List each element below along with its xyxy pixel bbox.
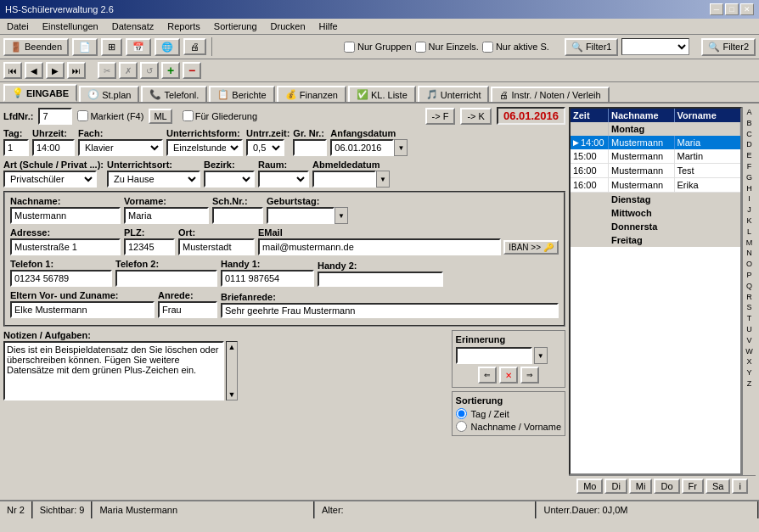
- nur-aktive-label[interactable]: Nur aktive S.: [482, 42, 549, 53]
- alpha-z[interactable]: Z: [743, 378, 756, 389]
- alpha-j[interactable]: J: [743, 204, 756, 216]
- nav-cut-button[interactable]: ✂: [98, 62, 116, 79]
- notizen-textarea[interactable]: Dies ist ein Beispieldatensatz den Sie l…: [3, 341, 224, 400]
- filter1-combo[interactable]: [621, 38, 689, 55]
- nav-next-button[interactable]: ▶: [46, 62, 65, 79]
- alpha-x[interactable]: X: [743, 356, 756, 367]
- calc-button[interactable]: ⊞: [101, 38, 122, 56]
- unterrichtsort-select[interactable]: Zu Hause: [107, 171, 200, 188]
- anfangsdatum-dropdown[interactable]: ▼: [394, 139, 408, 156]
- alpha-b[interactable]: B: [743, 118, 756, 129]
- geburtstag-input[interactable]: [267, 207, 335, 224]
- alpha-v[interactable]: V: [743, 335, 756, 346]
- day-mi-button[interactable]: Mi: [629, 479, 653, 494]
- vorname-input[interactable]: [124, 207, 209, 224]
- uhrzeit-input[interactable]: [32, 139, 75, 156]
- markiert-label[interactable]: Markiert (F4): [77, 110, 143, 121]
- alpha-l[interactable]: L: [743, 227, 756, 238]
- alpha-a[interactable]: A: [743, 107, 756, 118]
- briefanrede-input[interactable]: [221, 303, 559, 318]
- alpha-c[interactable]: C: [743, 129, 756, 140]
- nur-aktive-checkbox[interactable]: [482, 42, 493, 53]
- nav-undo-button[interactable]: ↺: [140, 62, 159, 79]
- alpha-k[interactable]: K: [743, 216, 756, 227]
- menu-sortierung[interactable]: Sortierung: [211, 20, 261, 32]
- close-button[interactable]: ✕: [740, 3, 754, 15]
- menu-hilfe[interactable]: Hilfe: [316, 20, 341, 32]
- beenden-button[interactable]: 🚪 Beenden: [3, 38, 69, 56]
- alpha-i[interactable]: I: [743, 193, 756, 204]
- alpha-o[interactable]: O: [743, 259, 756, 270]
- alpha-p[interactable]: P: [743, 270, 756, 281]
- day-do-button[interactable]: Do: [654, 479, 679, 494]
- nachname-input[interactable]: [10, 207, 121, 224]
- nur-einzels-checkbox[interactable]: [415, 42, 426, 53]
- email-input[interactable]: [258, 238, 501, 255]
- menu-reports[interactable]: Reports: [164, 20, 204, 32]
- row-14-mustermann-maria[interactable]: ▶14:00 Mustermann Maria: [571, 136, 740, 149]
- notizen-scroll-down[interactable]: ▼: [228, 390, 236, 399]
- day-sa-button[interactable]: Sa: [706, 479, 730, 494]
- filter1-button[interactable]: 🔍 Filter1: [565, 38, 619, 56]
- sortierung-tag-radio[interactable]: [456, 408, 467, 419]
- alpha-e[interactable]: E: [743, 150, 756, 161]
- minimize-button[interactable]: ─: [710, 3, 723, 15]
- alpha-f[interactable]: F: [743, 161, 756, 172]
- ort-input[interactable]: [178, 238, 255, 255]
- markiert-checkbox[interactable]: [77, 110, 88, 121]
- nav-prev-button[interactable]: ◀: [25, 62, 43, 79]
- alpha-s[interactable]: S: [743, 302, 756, 313]
- erinnerung-dropdown[interactable]: ▼: [534, 347, 548, 364]
- alpha-r[interactable]: R: [743, 292, 756, 303]
- erinnerung-next[interactable]: ⇒: [520, 367, 539, 384]
- fuer-gliederung-label[interactable]: Für Gliederung: [183, 110, 257, 121]
- arrow-k-button[interactable]: -> K: [460, 108, 491, 125]
- tab-berichte[interactable]: 📋 Berichte: [209, 86, 274, 102]
- maximize-button[interactable]: □: [725, 3, 739, 15]
- printer-button[interactable]: 🖨: [183, 38, 206, 55]
- iban-button[interactable]: IBAN >> 🔑: [503, 240, 559, 255]
- menu-datensatz[interactable]: Datensatz: [109, 20, 158, 32]
- anrede-input[interactable]: [158, 301, 217, 318]
- day-mo-button[interactable]: Mo: [576, 479, 603, 494]
- handy2-input[interactable]: [318, 272, 443, 287]
- alpha-y[interactable]: Y: [743, 367, 756, 378]
- alpha-g[interactable]: G: [743, 172, 756, 183]
- unterrichtsform-select[interactable]: Einzelstunde: [166, 139, 243, 156]
- day-fr-button[interactable]: Fr: [682, 479, 704, 494]
- plz-input[interactable]: [124, 238, 175, 255]
- lfdnr-input[interactable]: [38, 108, 72, 125]
- row-16b-mustermann-erika[interactable]: 16:00 Mustermann Erika: [571, 178, 740, 193]
- alpha-w[interactable]: W: [743, 346, 756, 357]
- alpha-h[interactable]: H: [743, 183, 756, 194]
- globe-button[interactable]: 🌐: [155, 38, 180, 56]
- tab-finanzen[interactable]: 💰 Finanzen: [277, 86, 346, 102]
- erinnerung-prev[interactable]: ⇐: [478, 367, 497, 384]
- alpha-d[interactable]: D: [743, 139, 756, 150]
- schnr-input[interactable]: [212, 207, 263, 224]
- sortierung-nachname-radio[interactable]: [456, 421, 467, 432]
- geburtstag-dropdown[interactable]: ▼: [335, 207, 348, 224]
- tab-stplan[interactable]: 🕐 St.plan: [79, 86, 139, 102]
- nav-cancel-button[interactable]: ✗: [119, 62, 138, 79]
- telefon1-input[interactable]: [10, 270, 112, 287]
- menu-einstellungen[interactable]: Einstellungen: [39, 20, 102, 32]
- nur-einzels-label[interactable]: Nur Einzels.: [415, 42, 479, 53]
- fach-select[interactable]: Klavier: [78, 139, 163, 156]
- anfangsdatum-input[interactable]: [330, 139, 394, 156]
- alpha-t[interactable]: T: [743, 313, 756, 324]
- tab-telefonl[interactable]: 📞 Telefonl.: [141, 86, 207, 102]
- tab-eingabe[interactable]: 💡 EINGABE: [3, 84, 77, 102]
- alpha-n[interactable]: N: [743, 248, 756, 259]
- alpha-u[interactable]: U: [743, 324, 756, 335]
- row-16a-mustermann-test[interactable]: 16:00 Mustermann Test: [571, 164, 740, 178]
- abmeldedatum-dropdown[interactable]: ▼: [376, 171, 390, 188]
- ml-button[interactable]: ML: [149, 109, 171, 124]
- adresse-input[interactable]: [10, 238, 121, 255]
- nur-gruppen-label[interactable]: Nur Gruppen: [344, 42, 412, 53]
- nur-gruppen-checkbox[interactable]: [344, 42, 355, 53]
- bezirk-select[interactable]: [204, 171, 255, 188]
- menu-datei[interactable]: Datei: [3, 20, 32, 32]
- gr-nr-input[interactable]: [293, 139, 327, 156]
- untrr-zeit-select[interactable]: 0,5: [246, 139, 284, 156]
